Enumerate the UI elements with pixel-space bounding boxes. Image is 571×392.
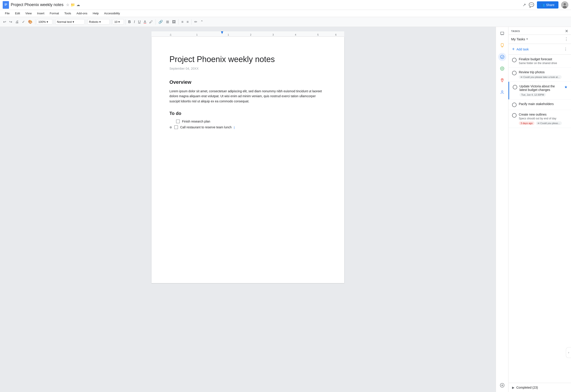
contacts-icon-btn[interactable] [498, 88, 506, 96]
collapse-toolbar-button[interactable]: ⌃ [199, 19, 205, 25]
task-title-3: Update Victoria about the latest budget … [519, 84, 562, 92]
tasks-icon-btn[interactable] [498, 53, 506, 61]
page-title: Project Phoenix weekly notes [170, 55, 326, 64]
italic-button[interactable]: I [133, 19, 136, 25]
ruler-marker [221, 31, 223, 34]
completed-row[interactable]: ▶ Completed (23) [509, 383, 571, 392]
print-button[interactable]: 🖨 [14, 19, 20, 25]
share-button[interactable]: 👥 Share [537, 1, 558, 9]
add-task-more[interactable]: ⋮ [564, 47, 567, 51]
size-select[interactable]: 10 ▾ [113, 19, 124, 25]
comment-insert-button[interactable]: ⊞ [165, 19, 170, 25]
spellcheck-button[interactable]: ✓ [21, 19, 26, 25]
ruler-mark-2: 2 [250, 34, 251, 36]
task-title-5: Create new outlines [519, 113, 567, 116]
highlight-button[interactable]: 🖊 [148, 19, 154, 25]
align-center-button[interactable]: ≡ [185, 19, 190, 25]
keep-icon-btn[interactable] [498, 41, 506, 49]
toolbar-sep-2 [54, 19, 54, 25]
task-meta-5: 3 days ago ✉ Could you pleas... [519, 121, 567, 125]
comment-icon[interactable]: 💬 [529, 2, 534, 8]
menu-accessibility[interactable]: Accessibility [102, 11, 122, 16]
menu-help[interactable]: Help [90, 11, 101, 16]
svg-point-9 [500, 67, 504, 70]
cloud-icon[interactable]: ☁ [76, 3, 80, 7]
task-email-2: ✉ Could you please take a look at... [519, 75, 562, 79]
link-button[interactable]: 🔗 [157, 19, 164, 25]
close-tasks-button[interactable]: ✕ [565, 29, 568, 34]
svg-rect-3 [4, 5, 6, 6]
task-circle-4[interactable] [512, 103, 516, 107]
undo-button[interactable]: ↩ [2, 19, 7, 25]
align-left-button[interactable]: ≡ [180, 19, 185, 25]
document-title: Project Phoenix weekly notes [11, 2, 63, 7]
cursor-bar: | [234, 126, 235, 129]
meet-icon-btn[interactable] [498, 65, 506, 72]
todo-checkbox-1[interactable] [176, 120, 180, 123]
task-item-3[interactable]: Update Victoria about the latest budget … [509, 82, 571, 99]
toolbar: ↩ ↪ 🖨 ✓ 🎨 100% ▾ Normal text ▾ Roboto ▾ … [0, 17, 571, 27]
share-icon: 👥 [541, 3, 545, 7]
size-dropdown-icon: ▾ [118, 20, 120, 24]
menu-addons[interactable]: Add-ons [74, 11, 89, 16]
font-color-button[interactable]: A [143, 19, 148, 25]
svg-point-10 [502, 79, 503, 80]
task-item-1[interactable]: Finalize budget forecast Same folder on … [509, 55, 571, 68]
ruler-mark-6: 6 [335, 34, 337, 36]
maps-icon-btn[interactable] [498, 76, 506, 84]
folder-icon[interactable]: 📁 [71, 3, 75, 7]
chat-icon-btn[interactable] [498, 29, 506, 38]
trend-icon[interactable]: ↗ [523, 2, 526, 7]
bold-button[interactable]: B [127, 19, 132, 25]
todo-checkbox-2[interactable] [174, 126, 178, 129]
task-star-3[interactable]: ★ [564, 85, 567, 97]
ruler-mark-3: 3 [272, 34, 274, 36]
task-circle-2[interactable] [512, 71, 516, 75]
style-dropdown-icon: ▾ [73, 20, 74, 24]
user-avatar[interactable] [561, 1, 568, 9]
underline-button[interactable]: U [137, 19, 142, 25]
image-button[interactable]: 🖼 [171, 19, 177, 25]
icon-sidebar [496, 27, 508, 392]
task-circle-1[interactable] [512, 58, 516, 62]
toolbar-sep-4 [111, 19, 111, 25]
toolbar-sep-1 [35, 19, 35, 25]
menu-tools[interactable]: Tools [62, 11, 73, 16]
tasks-more-button[interactable]: ⋮ [564, 37, 568, 42]
task-item-2[interactable]: Review trip photos ✉ Could you please ta… [509, 68, 571, 82]
task-circle-3[interactable] [513, 85, 517, 89]
style-select[interactable]: Normal text ▾ [55, 19, 85, 25]
doc-icon [3, 1, 9, 9]
star-icon[interactable]: ☆ [66, 3, 69, 7]
task-item-5[interactable]: Create new outlines Specs should out by … [509, 110, 571, 128]
collapse-sidebar-button[interactable]: › [566, 347, 571, 358]
redo-button[interactable]: ↪ [8, 19, 14, 25]
more-formats-button[interactable]: ✏ [193, 19, 199, 25]
document-area: -1 1 1 2 3 4 5 6 Project Phoenix weekly … [0, 27, 496, 392]
menu-file[interactable]: File [3, 11, 12, 16]
svg-point-5 [564, 3, 566, 5]
font-select[interactable]: Roboto ▾ [87, 19, 110, 25]
task-date-3: Tue, Jun 4, 12:30PM [519, 93, 546, 97]
add-sidebar-btn[interactable] [498, 381, 506, 389]
menu-edit[interactable]: Edit [13, 11, 22, 16]
task-meta-3: Tue, Jun 4, 12:30PM [519, 93, 562, 97]
task-circle-5[interactable] [512, 113, 516, 118]
my-tasks-dropdown[interactable]: My Tasks ▾ [511, 37, 528, 41]
zoom-select[interactable]: 100% ▾ [37, 19, 52, 25]
page-date: September 04, 20XX [170, 67, 326, 70]
menu-format[interactable]: Format [47, 11, 61, 16]
add-task-row[interactable]: + Add task ⋮ [509, 44, 571, 55]
todo-item-1: Finish research plan [170, 120, 326, 123]
menu-bar: File Edit View Insert Format Tools Add-o… [0, 10, 571, 17]
document-page[interactable]: Project Phoenix weekly notes September 0… [152, 37, 344, 283]
paint-format-button[interactable]: 🎨 [27, 19, 34, 25]
toolbar-sep-8 [191, 19, 192, 25]
task-item-4[interactable]: Pacify main stakeholders [509, 99, 571, 110]
menu-insert[interactable]: Insert [35, 11, 47, 16]
overview-body: Lorem ipsum dolor sit amet, consectetuer… [170, 89, 326, 104]
menu-view[interactable]: View [23, 11, 34, 16]
svg-point-11 [501, 91, 503, 92]
todo-text-2: Call restaurant to reserve team lunch [180, 126, 232, 129]
toolbar-sep-3 [86, 19, 86, 25]
